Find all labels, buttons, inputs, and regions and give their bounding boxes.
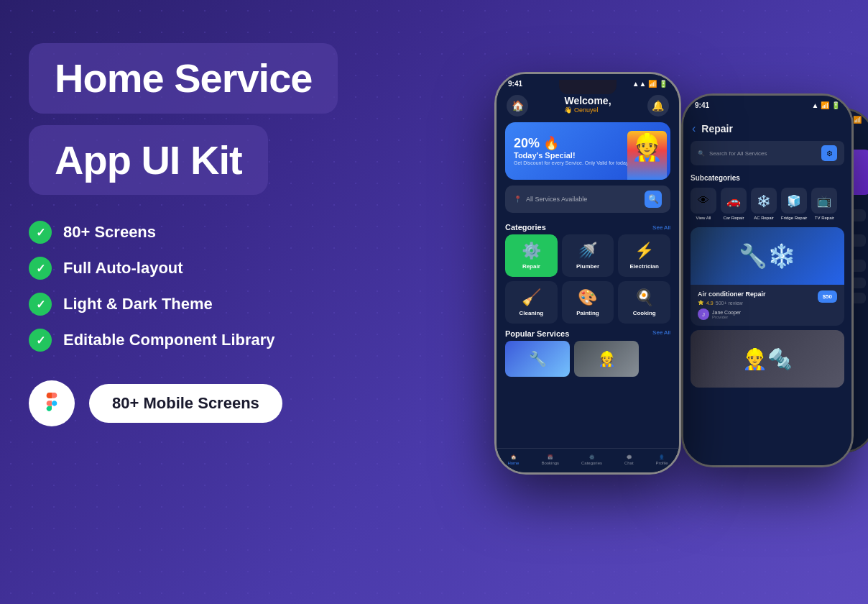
nav-profile[interactable]: 👤 Profile xyxy=(655,454,668,465)
subcategories-title: Subcategories xyxy=(683,171,851,185)
ac-repair-image: 🔧❄️ xyxy=(691,227,844,285)
repair-title: Repair xyxy=(701,123,733,134)
nav-categories-icon: ⚙️ xyxy=(589,454,594,459)
sub-cat-ac-icon: ❄️ xyxy=(751,188,777,214)
cleaning-label: Cleaning xyxy=(519,310,543,316)
check-icon-2: ✓ xyxy=(29,257,52,280)
nav-profile-icon: 👤 xyxy=(659,454,664,459)
worker-figure: 👷 xyxy=(627,131,667,180)
plumber-icon: 🚿 xyxy=(578,242,597,260)
sub-cat-fridge-label: Fridge Repair xyxy=(781,216,807,220)
nav-profile-label: Profile xyxy=(655,461,668,465)
promo-desc: Get Discount for every Service. Only Val… xyxy=(514,160,628,166)
figma-logo xyxy=(29,380,75,426)
repair-header: ‹ Repair xyxy=(683,112,851,141)
sub-cat-all-label: View All xyxy=(696,216,711,220)
nav-chat[interactable]: 💬 Chat xyxy=(624,454,634,465)
user-emoji: 👋 xyxy=(564,106,572,114)
feature-label-1: 80+ Screens xyxy=(63,223,156,242)
ac-repair-card[interactable]: 🔧❄️ Air conditioner Repair ⭐ 4.9 500+ re… xyxy=(691,227,844,326)
sub-cat-fridge[interactable]: 🧊 Fridge Repair xyxy=(781,188,807,220)
sub-cat-car-icon: 🚗 xyxy=(721,188,747,214)
search-icon: 🔍 xyxy=(698,150,705,157)
sub-cat-tv-label: TV Repair xyxy=(815,216,834,220)
sub-cat-all[interactable]: 👁 View All xyxy=(691,188,716,220)
category-cleaning[interactable]: 🧹 Cleaning xyxy=(505,281,558,324)
nav-home[interactable]: 🏠 Home xyxy=(507,454,519,465)
search-label: All Services Available xyxy=(526,196,587,203)
nav-categories[interactable]: ⚙️ Categories xyxy=(581,454,602,465)
category-repair[interactable]: ⚙️ Repair xyxy=(505,234,558,277)
category-painting[interactable]: 🎨 Painting xyxy=(562,281,614,324)
nav-bookings[interactable]: 📅 Bookings xyxy=(541,454,559,465)
repair-worker-card[interactable]: 👷‍♂️🔩 xyxy=(691,330,844,388)
sub-cat-ac[interactable]: ❄️ AC Repair xyxy=(751,188,777,220)
sub-cat-car[interactable]: 🚗 Car Repair xyxy=(721,188,747,220)
sub-cat-ac-label: AC Repair xyxy=(754,216,774,220)
popular-service-2[interactable]: 👷 xyxy=(574,341,639,377)
check-icon-4: ✓ xyxy=(29,329,52,352)
category-plumber[interactable]: 🚿 Plumber xyxy=(562,234,614,277)
phone-right: 9:41 ▲ 📶 🔋 ‹ Repair 🔍 Search for All Ser… xyxy=(681,93,854,467)
painting-label: Painting xyxy=(576,310,599,316)
sub-cat-tv[interactable]: 📺 TV Repair xyxy=(811,188,837,220)
cooking-icon: 🍳 xyxy=(634,288,654,307)
feature-item-4: ✓ Editable Component Library xyxy=(29,329,374,352)
categories-grid: ⚙️ Repair 🚿 Plumber ⚡ Electrician 🧹 Clea… xyxy=(497,234,679,324)
bottom-row: 80+ Mobile Screens xyxy=(29,380,374,426)
plumber-label: Plumber xyxy=(576,263,599,270)
home-icon-circle[interactable]: 🏠 xyxy=(507,95,528,116)
check-icon-3: ✓ xyxy=(29,293,52,316)
promo-percent: 20% 🔥 xyxy=(514,135,628,151)
categories-title: Categories xyxy=(505,223,546,232)
phone-notch xyxy=(559,80,617,94)
search-bar[interactable]: 📍 All Services Available 🔍 xyxy=(505,186,670,213)
welcome-heading: Welcome, xyxy=(564,95,611,106)
right-time: 9:41 xyxy=(695,101,709,109)
electrician-icon: ⚡ xyxy=(634,242,654,260)
ac-repair-card-body: Air conditioner Repair ⭐ 4.9 500+ review… xyxy=(691,285,844,326)
title-line1: Home Service xyxy=(55,56,312,101)
electrician-label: Electrician xyxy=(629,263,658,270)
review-count: 500+ review xyxy=(716,301,743,306)
cleaning-icon: 🧹 xyxy=(522,288,541,307)
search-button[interactable]: 🔍 xyxy=(645,191,662,208)
feature-item-2: ✓ Full Auto-layout xyxy=(29,257,374,280)
subcategories-row: 👁 View All 🚗 Car Repair ❄️ AC Repair 🧊 F… xyxy=(683,185,851,223)
feature-label-3: Light & Dark Theme xyxy=(63,295,213,314)
phone-main: 9:41 ▲▲ 📶 🔋 🏠 Welcome, 👋 Oenuyel 🔔 xyxy=(494,72,681,475)
provider-role: Provider xyxy=(712,315,741,319)
painting-icon: 🎨 xyxy=(578,288,597,307)
right-signal-icons: ▲ 📶 🔋 xyxy=(812,101,840,109)
nav-bookings-label: Bookings xyxy=(541,461,559,465)
cooking-label: Cooking xyxy=(633,310,656,316)
sub-cat-tv-icon: 📺 xyxy=(811,188,837,214)
phones-container: 9:41 ▲▲ 📶 Add New Card Master Card Jabri… xyxy=(379,0,868,604)
notification-bell[interactable]: 🔔 xyxy=(647,95,669,116)
right-phone-content: 9:41 ▲ 📶 🔋 ‹ Repair 🔍 Search for All Ser… xyxy=(683,96,851,465)
sub-cat-car-label: Car Repair xyxy=(723,216,744,220)
ac-repair-info: Air conditioner Repair ⭐ 4.9 500+ review… xyxy=(698,290,766,320)
sub-cat-fridge-icon: 🧊 xyxy=(781,188,807,214)
badge-label: 80+ Mobile Screens xyxy=(112,394,259,412)
filter-button[interactable]: ⚙ xyxy=(821,145,837,161)
popular-service-1[interactable]: 🔧 xyxy=(505,341,570,377)
welcome-text: Welcome, 👋 Oenuyel xyxy=(564,95,611,114)
promo-percent-value: 20% xyxy=(514,136,540,150)
provider-avatar: J xyxy=(698,308,709,320)
repair-search-placeholder: Search for All Services xyxy=(709,150,767,157)
categories-section-header: Categories See All xyxy=(497,219,679,234)
repair-search[interactable]: 🔍 Search for All Services ⚙ xyxy=(691,141,844,165)
repair-label: Repair xyxy=(522,263,540,270)
category-electrician[interactable]: ⚡ Electrician xyxy=(618,234,670,277)
back-button[interactable]: ‹ xyxy=(692,122,696,135)
nav-home-icon: 🏠 xyxy=(511,454,516,459)
popular-see-all[interactable]: See All xyxy=(652,329,670,338)
promo-title: Today's Special! xyxy=(514,151,628,160)
price-badge: $50 xyxy=(818,290,837,303)
promo-fire: 🔥 xyxy=(543,136,559,150)
categories-see-all[interactable]: See All xyxy=(652,224,670,231)
ac-repair-rating: ⭐ 4.9 500+ review xyxy=(698,300,766,306)
phone-header: 🏠 Welcome, 👋 Oenuyel 🔔 xyxy=(497,91,679,122)
category-cooking[interactable]: 🍳 Cooking xyxy=(618,281,670,324)
